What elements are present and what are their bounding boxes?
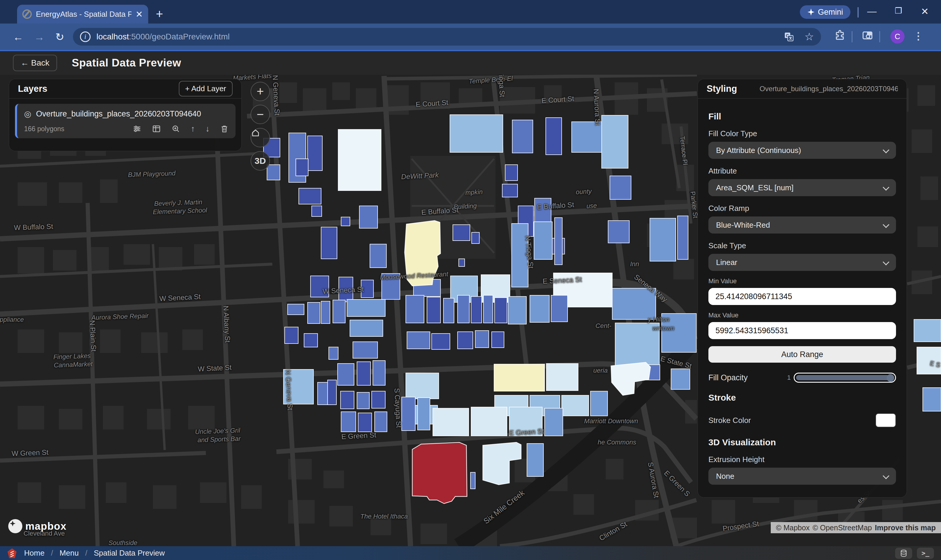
window-minimize-button[interactable]: —: [864, 6, 879, 17]
building-polygon[interactable]: [650, 218, 676, 261]
bookmark-star-icon[interactable]: ☆: [804, 31, 814, 43]
building-polygon[interactable]: [357, 392, 369, 409]
building-polygon[interactable]: [372, 391, 385, 408]
breadcrumb-menu[interactable]: Menu: [60, 549, 79, 558]
building-polygon[interactable]: [458, 295, 469, 323]
profile-avatar[interactable]: C: [890, 29, 904, 43]
building-polygon[interactable]: [341, 391, 354, 409]
building-polygon[interactable]: [555, 218, 562, 265]
building-polygon[interactable]: [339, 277, 353, 302]
building-polygon[interactable]: [296, 159, 308, 176]
mapbox-logo[interactable]: mapbox: [8, 519, 66, 533]
max-value-input[interactable]: [709, 322, 896, 339]
building-polygon[interactable]: [353, 342, 378, 358]
layer-card[interactable]: ◎ Overture_buildings_places_20260203T094…: [15, 104, 235, 138]
attrib-improve-link[interactable]: Improve this map: [875, 523, 936, 532]
building-polygon[interactable]: [590, 391, 607, 416]
fill-color-type-select[interactable]: By Attribute (Continuous): [709, 142, 896, 159]
database-button[interactable]: [895, 548, 912, 559]
building-polygon[interactable]: [373, 361, 385, 385]
building-polygon[interactable]: [610, 176, 631, 199]
window-close-button[interactable]: ✕: [918, 6, 932, 17]
building-polygon[interactable]: [450, 115, 503, 152]
building-polygon[interactable]: [433, 408, 469, 436]
building-polygon[interactable]: [341, 217, 350, 226]
translate-icon[interactable]: G: [784, 32, 794, 42]
url-bar[interactable]: i localhost:5000/geoDataPreview.html G ☆: [73, 28, 821, 46]
building-polygon[interactable]: [328, 380, 337, 405]
building-polygon[interactable]: [475, 331, 489, 348]
stroke-color-swatch[interactable]: [875, 413, 896, 427]
breadcrumb-home[interactable]: Home: [24, 549, 45, 558]
building-polygon[interactable]: [509, 407, 542, 436]
layer-delete-icon[interactable]: [220, 125, 229, 133]
building-polygon[interactable]: [338, 363, 354, 385]
min-value-input[interactable]: [709, 288, 896, 305]
browser-tab[interactable]: EnergyAtlas - Spatial Data Pre ✕: [17, 5, 148, 23]
layer-visibility-icon[interactable]: ◎: [24, 109, 31, 119]
attrib-mapbox-link[interactable]: © Mapbox: [776, 523, 810, 532]
tab-close-icon[interactable]: ✕: [135, 9, 143, 19]
building-polygon[interactable]: [308, 136, 322, 171]
building-polygon[interactable]: [358, 413, 372, 432]
building-polygon[interactable]: [671, 369, 690, 389]
building-polygon[interactable]: [472, 232, 479, 243]
building-polygon[interactable]: [534, 222, 552, 259]
new-tab-button[interactable]: +: [156, 8, 163, 20]
building-polygon[interactable]: [308, 302, 320, 323]
building-polygon[interactable]: [350, 320, 383, 337]
building-polygon[interactable]: [546, 363, 578, 391]
building-polygon[interactable]: [492, 332, 504, 348]
auto-range-button[interactable]: Auto Range: [709, 346, 896, 363]
building-polygon[interactable]: [284, 327, 298, 343]
building-polygon[interactable]: [427, 297, 441, 323]
building-polygon[interactable]: [458, 332, 473, 349]
building-polygon[interactable]: [678, 216, 688, 259]
scale-type-select[interactable]: Linear: [709, 254, 896, 271]
building-polygon[interactable]: [602, 115, 628, 168]
window-restore-button[interactable]: ❐: [891, 6, 906, 15]
building-polygon[interactable]: [512, 120, 533, 153]
building-polygon[interactable]: [495, 298, 507, 323]
building-polygon[interactable]: [530, 295, 549, 322]
building-polygon[interactable]: [470, 472, 475, 489]
zoom-in-button[interactable]: +: [251, 82, 270, 101]
building-polygon[interactable]: [407, 332, 430, 349]
building-polygon[interactable]: [443, 298, 454, 323]
building-polygon[interactable]: [432, 334, 450, 349]
building-polygon[interactable]: [304, 334, 318, 347]
layer-filter-icon[interactable]: [132, 125, 141, 133]
slider-thumb[interactable]: [887, 374, 894, 382]
fill-opacity-slider[interactable]: [794, 373, 896, 383]
building-polygon[interactable]: [333, 300, 345, 323]
attribute-select[interactable]: Area_SQM_ESL [num]: [709, 179, 896, 196]
building-polygon[interactable]: [267, 165, 280, 180]
building-polygon[interactable]: [370, 244, 386, 268]
building-polygon[interactable]: [402, 397, 415, 431]
layer-table-icon[interactable]: [152, 125, 161, 133]
extrusion-height-select[interactable]: None: [709, 468, 896, 485]
home-extent-button[interactable]: [251, 128, 270, 147]
building-polygon[interactable]: [311, 276, 329, 297]
building-polygon[interactable]: [357, 362, 371, 385]
building-polygon[interactable]: [283, 369, 314, 404]
building-polygon[interactable]: [562, 395, 589, 416]
building-polygon[interactable]: [329, 347, 338, 359]
building-polygon[interactable]: [347, 299, 385, 317]
tab-search-icon[interactable]: [862, 30, 873, 42]
gemini-button[interactable]: Gemini: [800, 5, 850, 19]
reload-icon[interactable]: ↻: [55, 31, 64, 43]
building-polygon[interactable]: [494, 364, 544, 391]
terminal-button[interactable]: >_: [917, 548, 934, 559]
building-polygon[interactable]: [361, 280, 374, 298]
attrib-osm-link[interactable]: © OpenStreetMap: [812, 523, 872, 532]
extensions-icon[interactable]: [834, 30, 846, 42]
building-polygon[interactable]: [418, 398, 430, 430]
building-polygon[interactable]: [406, 295, 424, 323]
building-polygon[interactable]: [412, 442, 467, 503]
building-polygon[interactable]: [321, 301, 330, 323]
building-polygon[interactable]: [375, 412, 387, 432]
building-polygon[interactable]: [527, 443, 543, 477]
building-polygon[interactable]: [382, 274, 400, 299]
building-polygon[interactable]: [453, 225, 470, 241]
